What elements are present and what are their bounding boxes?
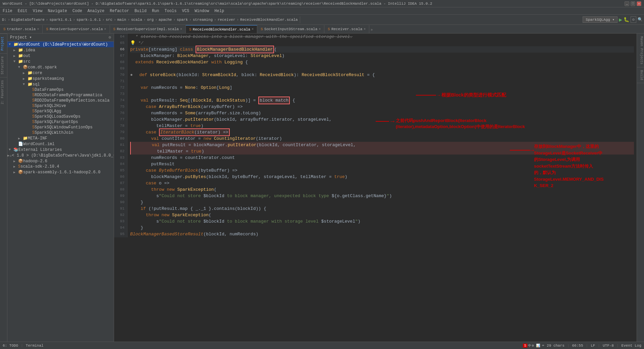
tree-node-sparksqlagg[interactable]: S SparkSQLAgg [7,109,114,114]
code-line-93[interactable]: s"Could not store $blockId to block mana… [130,218,634,225]
menu-edit[interactable]: Edit [15,8,30,14]
tree-arrow-spark-assembly[interactable]: ▶ [13,170,18,174]
tree-arrow-scala-sdk[interactable]: ▶ [13,165,18,169]
menu-tools[interactable]: Tools [162,8,179,14]
code-line-64[interactable]: * stores the received blocks into a bloc… [130,34,634,40]
menu-analyze[interactable]: Analyze [85,8,107,14]
code-line-84[interactable]: putResult [130,161,634,167]
tree-arrow-sparksteaming[interactable]: ▶ [23,77,28,81]
code-line-85[interactable]: case ByteBufferBlock(byteBuffer) => [130,167,634,174]
tree-node-external-libs[interactable]: ▼ 📚 External Libraries [7,147,114,153]
breadcrumb-streaming[interactable]: streaming [192,18,213,22]
code-line-71[interactable] [130,78,634,84]
code-line-73[interactable] [130,91,634,97]
tab-close-receiver-supervisor-impl[interactable]: × [180,27,182,31]
tree-node-rdd2dataframe-refl[interactable]: S RDD2DataFrameByReflection.scala [7,98,114,103]
code-line-89[interactable]: s"Could not store $blockId to block mana… [130,193,634,199]
breadcrumb-org[interactable]: org [146,18,154,22]
code-line-76[interactable]: numRecords = Some(arrayBuffer.size.toLon… [130,110,634,116]
menu-window[interactable]: Window [192,8,212,14]
menu-navigate[interactable]: Navigate [45,8,70,14]
tab-receiver-supervisor[interactable]: S ReceiverSupervisor.scala × [43,25,110,33]
tree-node-idea[interactable]: ▶ 📁 .idea [7,47,114,53]
tree-node-rdd2dataframe-prog[interactable]: S RDD2DataFrameByProgrammatica [7,93,114,98]
tree-arrow-hadoop[interactable]: ▶ [13,159,18,163]
code-line-82[interactable]: tellMaster = true) [130,148,634,155]
tree-node-src[interactable]: ▼ 📁 src [7,59,114,64]
tree-arrow-com-dt-spark[interactable]: ▼ [18,65,23,69]
code-line-72[interactable]: var numRecords = None: Option[Long] [130,84,634,91]
breadcrumb-src[interactable]: src [105,18,113,22]
code-line-86[interactable]: blockManager.putBytes(blockId, byteBuffe… [130,174,634,180]
tree-node-sql[interactable]: ▼ 📁 sql [7,81,114,87]
code-scroll-area[interactable]: 64 65 66 67 68 69 70 71 72 73 74 75 76 7… [114,34,637,342]
code-line-70[interactable]: ● def storeBlock(blockId: StreamBlockId,… [130,72,634,78]
tab-close-receiver-supervisor[interactable]: × [104,27,106,31]
right-tab-maven[interactable]: Maven Projects [637,34,644,67]
menu-help[interactable]: Help [212,8,227,14]
code-line-90[interactable]: } [130,199,634,206]
tree-node-com-dt-spark[interactable]: ▼ 📦 com.dt.spark [7,64,114,70]
more-tools-button[interactable]: ⚙ [631,16,636,23]
tree-arrow-idea[interactable]: ▶ [13,48,18,52]
tab-close-socket-input-dstream[interactable]: × [319,27,321,31]
tab-close-tracker[interactable]: × [37,27,39,31]
sidebar-settings-icon[interactable]: ⚙ [109,35,111,40]
code-line-83[interactable]: numRecords = countIterator.count [130,155,634,161]
breadcrumb-spark-161[interactable]: spark-1.6.1 [76,18,102,22]
left-tab-favorites[interactable]: 2: Favorites [0,77,7,107]
tree-node-core[interactable]: ▶ 📁 core [7,70,114,76]
tree-node-out[interactable]: ▶ 📁 out [7,53,114,59]
tree-node-wordcount[interactable]: ▼ 📁 WordCount (D:\IdeaProjects\WordCount… [7,42,114,47]
tab-close-receiver[interactable]: × [364,27,366,31]
tree-node-wordcount-iml[interactable]: 📄 WordCount.iml [7,141,114,147]
right-tab-build[interactable]: Build [637,67,644,83]
tree-node-sparksqlloadsave[interactable]: S SparkSQLLoadSaveOps [7,114,114,119]
tree-node-hadoop[interactable]: ▶ 📦 hadoop-2.6 [7,158,114,164]
code-text[interactable]: * stores the received blocks into a bloc… [127,34,637,237]
tree-node-scala-sdk[interactable]: ▶ S scala-sdk-2.10.4 [7,164,114,169]
breadcrumb-spark1[interactable]: spark1.6.1 [49,18,72,22]
tab-close-received-block-handler[interactable]: × [252,27,254,31]
window-controls[interactable]: _ □ ✕ [625,1,641,6]
code-line-77[interactable]: blockManager.putIterator(blockId, arrayB… [130,116,634,123]
tab-receiver[interactable]: S Receiver.scala × [324,25,369,33]
breadcrumb-file[interactable]: ReceivedBlockHandler.scala [239,18,299,22]
tree-node-sparksteaming[interactable]: ▶ 📁 sparksteaming [7,76,114,81]
code-line-75[interactable]: case ArrayBufferBlock(arrayBuffer) => [130,104,634,110]
status-todo[interactable]: 6: TODO [3,344,18,348]
tree-arrow-core[interactable]: ▶ [23,71,28,75]
tab-socket-input-dstream[interactable]: S SocketInputDStream.scala × [257,25,324,33]
tree-node-sparksqlwithjoin[interactable]: S SparkSQLWithJoin [7,130,114,135]
code-line-95[interactable]: BlockManagerBasedStoreResult(blockId, nu… [130,231,634,237]
code-line-87[interactable]: case o => [130,180,634,186]
run-button[interactable]: ▶ [619,16,622,23]
code-line-92[interactable]: throw new SparkException( [130,212,634,218]
status-event-log[interactable]: Event Log [622,344,641,348]
tree-arrow-external[interactable]: ▼ [9,148,13,152]
tree-arrow-sql[interactable]: ▼ [23,82,28,86]
tree-node-sparksql2hive[interactable]: S SparkSQL2Hive [7,103,114,109]
tree-arrow-metainf[interactable]: ▶ [18,136,23,140]
code-line-91[interactable]: if (!putResult.map { _._1 }.contains(blo… [130,206,634,212]
code-line-81[interactable]: val putResult = blockManager.putIterator… [130,142,634,148]
code-line-66[interactable]: private[streaming] class BlockManagerBas… [130,46,634,53]
status-terminal[interactable]: Terminal [26,344,44,348]
debug-button[interactable]: 🐛 [624,17,629,22]
tab-received-block-handler[interactable]: S ReceivedBlockHandler.scala × [186,25,257,33]
breadcrumb-d[interactable]: D: [1,18,7,22]
menu-view[interactable]: View [30,8,45,14]
code-line-79[interactable]: case IteratorBlock(iterator) => [130,129,634,135]
tree-node-dataframeops[interactable]: S DataFrameOps [7,87,114,93]
menu-refactor[interactable]: Refactor [107,8,132,14]
breadcrumb-bigdata[interactable]: BigDataSoftware [11,18,45,22]
more-tabs-button[interactable]: » [369,27,374,33]
tree-node-sparksqlwindow[interactable]: S SparkSQLWindowFuntionOps [7,125,114,130]
code-line-67[interactable]: blockManager: BlockManager, storageLevel… [130,53,634,59]
menu-file[interactable]: File [0,8,15,14]
tab-receiver-supervisor-impl[interactable]: S ReceiverSupervisorImpl.scala × [110,25,186,33]
status-encoding[interactable]: UTF-8 [603,344,614,348]
code-line-80[interactable]: val countIterator = new CountingIterator… [130,135,634,142]
menu-build[interactable]: Build [132,8,149,14]
menu-vcs[interactable]: VCS [179,8,192,14]
